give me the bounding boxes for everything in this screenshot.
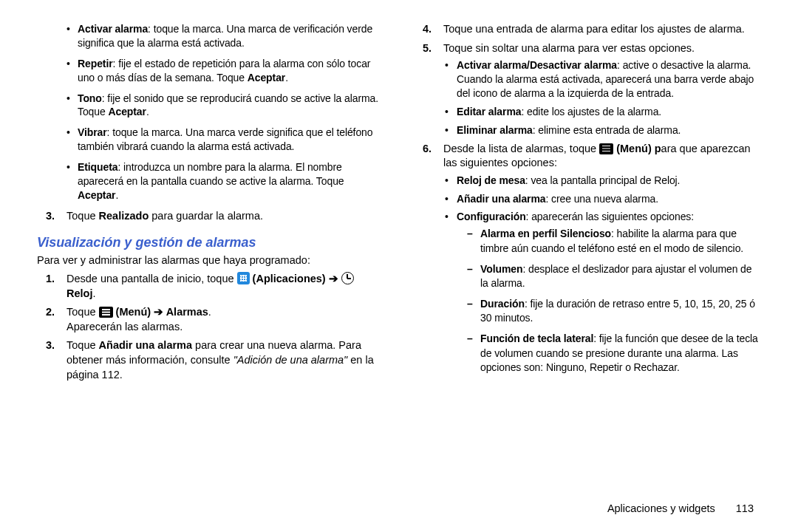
view-step-1: 1. Desde una pantalla de inicio, toque (… <box>37 272 384 301</box>
step6-bullets: Reloj de mesa: vea la pantalla principal… <box>443 174 761 375</box>
right-column: 4.Toque una entrada de alarma para edita… <box>414 22 761 517</box>
bullet-etiqueta: Etiqueta: introduzca un nombre para la a… <box>37 160 384 202</box>
footer-page-number: 113 <box>736 502 754 514</box>
view-step-3: 3. Toque Añadir una alarma para crear un… <box>37 338 384 382</box>
clock-icon <box>341 272 354 284</box>
config-dash-list: Alarma en perfil Silencioso: habilite la… <box>457 227 761 375</box>
dash-duracion: Duración: fije la duración de retraso en… <box>457 297 761 326</box>
intro-text: Para ver y administrar las alarmas que h… <box>37 253 384 268</box>
footer-section: Aplicaciones y widgets <box>607 502 715 514</box>
dash-tecla-lateral: Función de tecla lateral: fije la funció… <box>457 332 761 375</box>
bullet-tono: Tono: fije el sonido que se reproducirá … <box>37 92 384 120</box>
step-6: 6. Desde la lista de alarmas, toque (Men… <box>414 142 761 375</box>
step5-bullets: Activar alarma/Desactivar alarma: active… <box>443 58 761 137</box>
bullet-repetir: Repetir: fije el estado de repetición pa… <box>37 57 384 85</box>
menu-icon <box>599 143 613 154</box>
s6-config: Configuración: aparecerán las siguientes… <box>443 210 761 375</box>
dash-volumen: Volumen: desplace el deslizador para aju… <box>457 262 761 291</box>
view-steps: 1. Desde una pantalla de inicio, toque (… <box>37 272 384 382</box>
menu-icon <box>99 307 113 318</box>
apps-icon <box>237 272 250 284</box>
view-step-2: 2. Toque (Menú) ➔ Alarmas. Aparecerán la… <box>37 305 384 334</box>
left-bullet-list: Activar alarma: toque la marca. Una marc… <box>37 22 384 202</box>
step-3-left: 3.Toque Realizado para guardar la alarma… <box>37 209 384 224</box>
s5-editar: Editar alarma: edite los ajustes de la a… <box>443 105 761 119</box>
step-5: 5.Toque sin soltar una alarma para ver e… <box>414 41 761 137</box>
s6-anadir: Añadir una alarma: cree una nueva alarma… <box>443 192 761 206</box>
s5-activar: Activar alarma/Desactivar alarma: active… <box>443 58 761 100</box>
page-footer: Aplicaciones y widgets 113 <box>607 502 754 514</box>
left-column: Activar alarma: toque la marca. Una marc… <box>37 22 384 517</box>
right-steps: 4.Toque una entrada de alarma para edita… <box>414 22 761 375</box>
step-4: 4.Toque una entrada de alarma para edita… <box>414 22 761 37</box>
left-step-3: 3.Toque Realizado para guardar la alarma… <box>37 209 384 224</box>
bullet-activar-alarma: Activar alarma: toque la marca. Una marc… <box>37 22 384 50</box>
dash-silencioso: Alarma en perfil Silencioso: habilite la… <box>457 227 761 256</box>
s6-reloj-mesa: Reloj de mesa: vea la pantalla principal… <box>443 174 761 188</box>
heading-visualizacion: Visualización y gestión de alarmas <box>37 233 384 251</box>
s5-eliminar: Eliminar alarma: elimine esta entrada de… <box>443 123 761 137</box>
bullet-vibrar: Vibrar: toque la marca. Una marca verde … <box>37 126 384 154</box>
